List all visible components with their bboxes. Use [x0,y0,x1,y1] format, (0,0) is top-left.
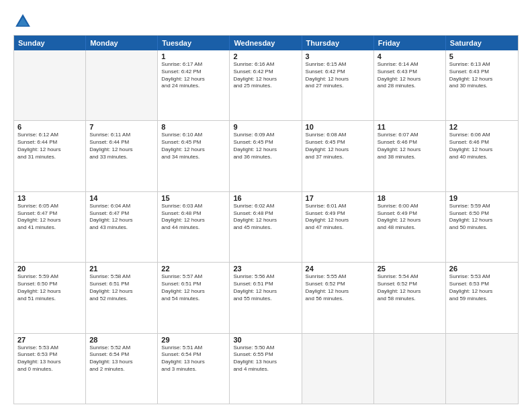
header-day-monday: Monday [86,36,158,50]
cell-info-line: and 50 minutes. [449,224,515,232]
cell-info-line: Sunset: 6:53 PM [17,351,82,359]
day-number: 2 [233,52,298,60]
day-cell-19: 19Sunrise: 5:59 AMSunset: 6:50 PMDayligh… [446,192,518,262]
cell-info-line: Daylight: 13 hours [161,359,226,366]
day-cell-15: 15Sunrise: 6:03 AMSunset: 6:48 PMDayligh… [158,192,230,262]
calendar-header: SundayMondayTuesdayWednesdayThursdayFrid… [14,36,518,50]
cell-info-line: Sunset: 6:45 PM [306,139,370,146]
day-cell-12: 12Sunrise: 6:06 AMSunset: 6:46 PMDayligh… [446,121,518,191]
header-day-friday: Friday [374,36,446,50]
day-cell-16: 16Sunrise: 6:02 AMSunset: 6:48 PMDayligh… [230,192,302,262]
day-cell-22: 22Sunrise: 5:57 AMSunset: 6:51 PMDayligh… [158,263,230,332]
cell-info-line: Sunrise: 6:02 AM [233,203,298,210]
header-day-saturday: Saturday [446,36,518,50]
day-cell-13: 13Sunrise: 6:05 AMSunset: 6:47 PMDayligh… [14,192,86,262]
cell-info-line: Daylight: 12 hours [89,217,154,224]
cell-info-line: and 44 minutes. [161,224,226,232]
day-cell-20: 20Sunrise: 5:59 AMSunset: 6:50 PMDayligh… [14,263,86,332]
cell-info-line: and 59 minutes. [449,295,515,303]
cell-info-line: Sunrise: 5:51 AM [161,345,226,352]
day-number: 27 [17,336,82,344]
cell-info-line: Daylight: 12 hours [306,146,370,154]
empty-cell [302,334,374,404]
cell-info-line: Sunset: 6:47 PM [17,210,82,218]
cell-info-line: Daylight: 12 hours [233,146,298,154]
calendar-row-4: 20Sunrise: 5:59 AMSunset: 6:50 PMDayligh… [14,263,518,333]
day-number: 22 [161,265,226,273]
cell-info-line: Sunset: 6:52 PM [378,281,442,288]
cell-info-line: Sunset: 6:54 PM [161,351,226,359]
cell-info-line: Sunset: 6:46 PM [449,139,515,146]
cell-info-line: Sunset: 6:42 PM [306,68,370,76]
logo [13,12,35,31]
cell-info-line: and 40 minutes. [449,154,515,161]
day-number: 23 [233,265,298,273]
cell-info-line: Sunrise: 6:11 AM [89,132,154,139]
empty-cell [86,50,158,120]
day-cell-23: 23Sunrise: 5:56 AMSunset: 6:51 PMDayligh… [230,263,302,332]
cell-info-line: Sunset: 6:44 PM [17,139,82,146]
cell-info-line: Sunrise: 5:50 AM [233,345,298,352]
calendar-row-2: 6Sunrise: 6:12 AMSunset: 6:44 PMDaylight… [14,121,518,191]
cell-info-line: Daylight: 12 hours [161,146,226,154]
cell-info-line: Daylight: 12 hours [306,217,370,224]
day-number: 16 [233,194,298,202]
day-number: 26 [449,265,515,273]
calendar-row-5: 27Sunrise: 5:53 AMSunset: 6:53 PMDayligh… [14,334,518,404]
header-day-sunday: Sunday [14,36,86,50]
day-number: 5 [449,52,515,60]
calendar: SundayMondayTuesdayWednesdayThursdayFrid… [13,35,519,404]
cell-info-line: and 43 minutes. [89,224,154,232]
cell-info-line: Sunset: 6:53 PM [449,281,515,288]
cell-info-line: and 2 minutes. [89,366,154,373]
cell-info-line: Sunset: 6:48 PM [161,210,226,218]
cell-info-line: Sunrise: 6:00 AM [378,203,442,210]
day-cell-21: 21Sunrise: 5:58 AMSunset: 6:51 PMDayligh… [86,263,158,332]
cell-info-line: and 36 minutes. [233,154,298,161]
empty-cell [446,334,518,404]
day-number: 4 [378,52,442,60]
cell-info-line: Daylight: 12 hours [17,217,82,224]
day-number: 15 [161,194,226,202]
cell-info-line: Sunset: 6:43 PM [449,68,515,76]
cell-info-line: Sunset: 6:51 PM [89,281,154,288]
cell-info-line: Sunrise: 6:15 AM [306,61,370,68]
cell-info-line: Sunrise: 5:54 AM [378,273,442,281]
empty-cell [374,334,446,404]
cell-info-line: Sunset: 6:45 PM [233,139,298,146]
cell-info-line: Sunset: 6:52 PM [306,281,370,288]
day-cell-28: 28Sunrise: 5:52 AMSunset: 6:54 PMDayligh… [86,334,158,404]
cell-info-line: Daylight: 12 hours [89,288,154,295]
cell-info-line: Sunset: 6:51 PM [161,281,226,288]
day-cell-18: 18Sunrise: 6:00 AMSunset: 6:49 PMDayligh… [374,192,446,262]
day-number: 25 [378,265,442,273]
cell-info-line: Daylight: 12 hours [378,288,442,295]
cell-info-line: Sunrise: 5:59 AM [17,273,82,281]
cell-info-line: and 55 minutes. [233,295,298,303]
cell-info-line: and 56 minutes. [306,295,370,303]
cell-info-line: and 24 minutes. [161,83,226,90]
cell-info-line: Sunset: 6:55 PM [233,351,298,359]
day-number: 7 [89,123,154,131]
cell-info-line: Sunrise: 6:17 AM [161,61,226,68]
cell-info-line: and 31 minutes. [17,154,82,161]
cell-info-line: Sunrise: 6:14 AM [378,61,442,68]
cell-info-line: and 27 minutes. [306,83,370,90]
cell-info-line: and 58 minutes. [378,295,442,303]
cell-info-line: Sunrise: 5:58 AM [89,273,154,281]
day-cell-8: 8Sunrise: 6:10 AMSunset: 6:45 PMDaylight… [158,121,230,191]
day-number: 29 [161,336,226,344]
cell-info-line: and 34 minutes. [161,154,226,161]
calendar-row-3: 13Sunrise: 6:05 AMSunset: 6:47 PMDayligh… [14,192,518,263]
day-cell-2: 2Sunrise: 6:16 AMSunset: 6:42 PMDaylight… [230,50,302,120]
cell-info-line: Daylight: 13 hours [233,359,298,366]
cell-info-line: Sunrise: 6:09 AM [233,132,298,139]
day-cell-14: 14Sunrise: 6:04 AMSunset: 6:47 PMDayligh… [86,192,158,262]
cell-info-line: and 25 minutes. [233,83,298,90]
cell-info-line: Sunset: 6:49 PM [306,210,370,218]
cell-info-line: Sunset: 6:48 PM [233,210,298,218]
day-number: 3 [306,52,370,60]
day-number: 8 [161,123,226,131]
cell-info-line: Daylight: 12 hours [449,217,515,224]
calendar-row-1: 1Sunrise: 6:17 AMSunset: 6:42 PMDaylight… [14,50,518,121]
